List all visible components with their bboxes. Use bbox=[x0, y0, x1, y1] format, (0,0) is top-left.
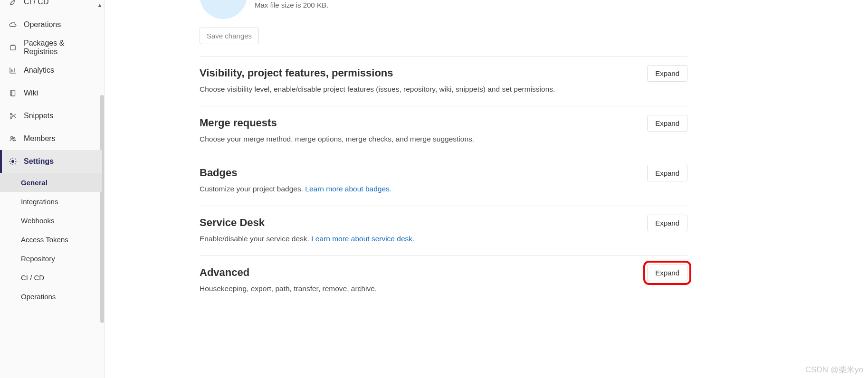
settings-sub-webhooks[interactable]: Webhooks bbox=[0, 211, 102, 230]
section-service-desk: Service Desk Enable/disable your service… bbox=[200, 206, 687, 255]
section-badges: Badges Customize your project badges. Le… bbox=[200, 156, 687, 206]
sidebar-content: CI / CD Operations Packages & Registries… bbox=[0, 0, 102, 306]
file-size-hint: Max file size is 200 KB. bbox=[255, 1, 328, 9]
rocket-icon bbox=[9, 0, 17, 6]
svg-rect-1 bbox=[11, 90, 15, 96]
svg-point-4 bbox=[11, 137, 13, 139]
settings-sections: Visibility, project features, permission… bbox=[200, 56, 687, 305]
sidebar-item-label: Snippets bbox=[24, 112, 53, 120]
section-desc-text: Customize your project badges. bbox=[200, 185, 305, 193]
sidebar-item-label: Analytics bbox=[24, 66, 54, 75]
svg-point-5 bbox=[13, 138, 15, 139]
learn-more-badges-link[interactable]: Learn more about badges. bbox=[305, 185, 391, 193]
sub-item-label: CI / CD bbox=[21, 274, 44, 282]
sidebar-item-snippets[interactable]: Snippets bbox=[0, 104, 102, 127]
book-icon bbox=[9, 89, 17, 97]
sidebar-item-label: Operations bbox=[24, 20, 61, 29]
sidebar: ▲ CI / CD Operations Packages & Registri… bbox=[0, 0, 105, 378]
scissors-icon bbox=[9, 112, 17, 120]
expand-advanced-button[interactable]: Expand bbox=[647, 265, 687, 281]
section-title: Service Desk bbox=[200, 217, 687, 229]
settings-sub-access-tokens[interactable]: Access Tokens bbox=[0, 230, 102, 249]
svg-point-6 bbox=[12, 161, 14, 163]
settings-sub-integrations[interactable]: Integrations bbox=[0, 192, 102, 211]
section-title: Merge requests bbox=[200, 117, 687, 129]
sidebar-item-label: Packages & Registries bbox=[24, 39, 98, 56]
sidebar-item-wiki[interactable]: Wiki bbox=[0, 82, 102, 104]
settings-sub-ci-cd[interactable]: CI / CD bbox=[0, 268, 102, 287]
sidebar-item-settings[interactable]: Settings bbox=[0, 150, 102, 173]
save-changes-button[interactable]: Save changes bbox=[200, 28, 259, 44]
sub-item-label: Webhooks bbox=[21, 217, 55, 225]
sidebar-item-label: Wiki bbox=[24, 89, 38, 97]
watermark: CSDN @柴米yo bbox=[805, 364, 863, 375]
sub-item-label: Integrations bbox=[21, 198, 58, 206]
settings-sub-operations[interactable]: Operations bbox=[0, 287, 102, 306]
sub-item-label: General bbox=[21, 179, 48, 187]
analytics-icon bbox=[9, 66, 17, 75]
settings-sub-repository[interactable]: Repository bbox=[0, 249, 102, 268]
sidebar-item-members[interactable]: Members bbox=[0, 127, 102, 150]
learn-more-service-desk-link[interactable]: Learn more about service desk. bbox=[311, 235, 414, 243]
sub-item-label: Repository bbox=[21, 255, 55, 263]
section-title: Badges bbox=[200, 167, 687, 179]
sidebar-item-label: CI / CD bbox=[24, 0, 48, 6]
settings-sub-general[interactable]: General bbox=[0, 173, 102, 192]
gear-icon bbox=[9, 157, 17, 166]
expand-merge-button[interactable]: Expand bbox=[647, 115, 687, 132]
section-visibility: Visibility, project features, permission… bbox=[200, 56, 687, 106]
section-desc-text: Enable/disable your service desk. bbox=[200, 235, 311, 243]
sidebar-item-packages[interactable]: Packages & Registries bbox=[0, 36, 102, 59]
expand-badges-button[interactable]: Expand bbox=[647, 165, 687, 181]
section-title: Advanced bbox=[200, 266, 687, 279]
sidebar-item-analytics[interactable]: Analytics bbox=[0, 59, 102, 82]
section-merge-requests: Merge requests Choose your merge method,… bbox=[200, 106, 687, 156]
sidebar-item-operations[interactable]: Operations bbox=[0, 13, 102, 36]
svg-rect-0 bbox=[10, 46, 16, 50]
section-desc: Customize your project badges. Learn mor… bbox=[200, 185, 687, 193]
section-desc: Enable/disable your service desk. Learn … bbox=[200, 235, 687, 243]
section-advanced: Advanced Housekeeping, export, path, tra… bbox=[200, 255, 687, 305]
section-desc: Choose visibility level, enable/disable … bbox=[200, 85, 687, 94]
section-title: Visibility, project features, permission… bbox=[200, 67, 687, 79]
members-icon bbox=[9, 134, 17, 143]
avatar-placeholder bbox=[200, 0, 247, 19]
section-desc: Housekeeping, export, path, transfer, re… bbox=[200, 284, 687, 293]
sidebar-item-label: Members bbox=[24, 134, 56, 143]
expand-service-desk-button[interactable]: Expand bbox=[647, 215, 687, 231]
section-desc: Choose your merge method, merge options,… bbox=[200, 135, 687, 143]
sidebar-item-ci-cd[interactable]: CI / CD bbox=[0, 0, 102, 13]
package-icon bbox=[9, 43, 17, 52]
expand-visibility-button[interactable]: Expand bbox=[647, 65, 687, 82]
sub-item-label: Operations bbox=[21, 293, 56, 301]
cloud-gear-icon bbox=[9, 20, 17, 29]
sub-item-label: Access Tokens bbox=[21, 236, 68, 244]
sidebar-item-label: Settings bbox=[24, 157, 54, 166]
